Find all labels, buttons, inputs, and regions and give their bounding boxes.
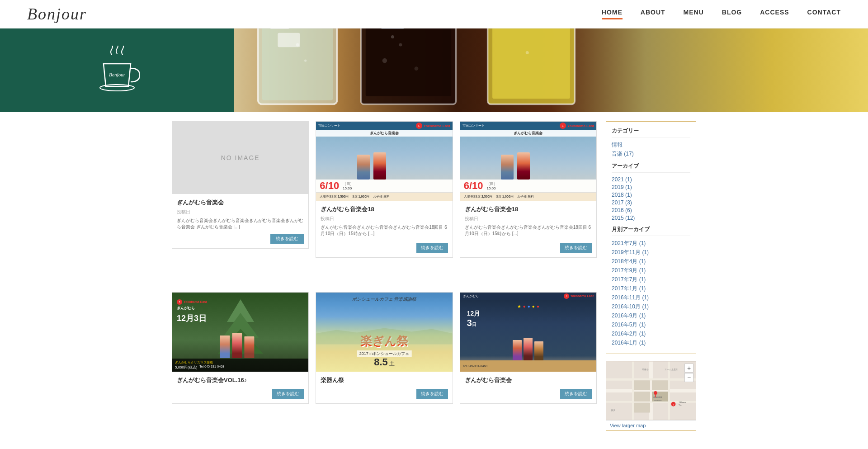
poster-image-xmas: E Yokohama East ぎんがむら ぎんがむらクリスマス謝恩	[172, 293, 308, 372]
read-more-button-summer[interactable]: 続きを読む	[416, 389, 448, 399]
nav-access[interactable]: ACCESS	[760, 9, 789, 19]
singer-1	[357, 155, 370, 180]
sidebar-archive-2019[interactable]: 2019 (1)	[612, 184, 690, 190]
date-display-2: 6/10 （日） 15:00	[460, 180, 596, 192]
nav-menu[interactable]: MENU	[684, 9, 704, 19]
map-controls: + −	[684, 364, 693, 382]
sidebar-monthly-201610[interactable]: 2016年10月 (1)	[612, 303, 690, 311]
sidebar-archive-2018[interactable]: 2018 (1)	[612, 192, 690, 198]
poster-bottom-info: 入場券SS席 2,500円 S席 1,000円 お子様 無料	[316, 192, 452, 201]
ginmu-title-xmas: E Yokohama East	[177, 299, 207, 305]
ginmu-concert-title-2: ぎんがむら音楽会	[460, 130, 596, 137]
main-content: NO IMAGE ぎんがむら音楽会 投稿日 ぎんがむら音楽会ぎんがむら音楽会ぎん…	[163, 112, 705, 440]
summer-date-num: 8.5	[374, 356, 388, 368]
poster-bottom-info-2: 入場券SS席 2,500円 S席 1,000円 お子様 無料	[460, 192, 596, 201]
drinks-illustration	[234, 28, 868, 112]
sidebar-cat-info[interactable]: 情報	[612, 141, 690, 149]
summer-poster-bg: ボンシュールカフェ 音楽感謝祭 楽ぎん祭 2017 inボンシュールカフェ 8.…	[316, 293, 452, 372]
price-child-2: お子様 無料	[517, 194, 534, 199]
yok-east-badge-xmas: E Yokohama East	[564, 293, 594, 299]
main-nav: HOME ABOUT MENU BLOG ACCESS CONTACT	[602, 9, 841, 19]
svg-text:okiwadai: okiwadai	[653, 396, 662, 398]
xmas-singers	[220, 333, 254, 358]
svg-text:residence: residence	[654, 399, 662, 402]
xmas-singer-2	[232, 333, 242, 358]
sidebar-monthly-201709[interactable]: 2017年9月 (1)	[612, 267, 690, 274]
xmas-singer-3	[244, 336, 254, 358]
map-zoom-in[interactable]: +	[684, 364, 693, 373]
sidebar-monthly-201701[interactable]: 2017年1月 (1)	[612, 285, 690, 293]
summer-hills	[316, 326, 452, 345]
sidebar-archive-2016[interactable]: 2016 (6)	[612, 207, 690, 213]
yokohama-east-xmas: Yokohama East	[184, 300, 207, 303]
ticket-info-2: 入場券SS席 2,500円 S席 1,000円 お子様 無料	[464, 194, 593, 199]
svg-point-42	[654, 391, 657, 395]
read-more-button-1[interactable]: 続きを読む	[270, 234, 304, 244]
site-logo[interactable]: Bonjour	[27, 5, 87, 24]
xmas-poster-bg: E Yokohama East ぎんがむら ぎんがむらクリスマス謝恩	[172, 293, 308, 372]
xmas-bottom-info: ぎんがむらクリスマス謝恩 5,000円(税込) Tel.045-331-0468	[172, 359, 308, 372]
sidebar-monthly-201804[interactable]: 2018年4月 (1)	[612, 258, 690, 265]
sidebar-monthly-201601[interactable]: 2016年1月 (1)	[612, 339, 690, 347]
nav-about[interactable]: ABOUT	[641, 9, 665, 19]
map-view-larger-link[interactable]: View larger map	[606, 420, 696, 430]
price-child: お子様 無料	[373, 194, 390, 199]
read-more-button-yok-xmas[interactable]: 続きを読む	[560, 389, 592, 399]
card-body-3: ぎんがむら音楽会18 投稿日 ぎんがむら音楽会ぎんがむら音楽会ぎんがむら音楽会1…	[460, 201, 596, 257]
map-zoom-out[interactable]: −	[684, 373, 693, 382]
sidebar-archive-2017[interactable]: 2017 (3)	[612, 199, 690, 206]
yok-xmas-label: ぎんがむら	[463, 294, 479, 298]
svg-rect-31	[652, 380, 668, 390]
card-body-xmas: ぎんがむら音楽会VOL.16♪ 続きを読む	[172, 372, 308, 403]
east-logo-xmas: E	[177, 299, 182, 305]
card-text-2: ぎんがむら音楽会ぎんがむら音楽会ぎんがむら音楽会18回目 6月10日（日）15時…	[321, 224, 448, 237]
hero-banner: Bonjour	[0, 28, 868, 112]
nav-blog[interactable]: BLOG	[722, 9, 742, 19]
sidebar-monthly-202107[interactable]: 2021年7月 (1)	[612, 240, 690, 247]
svg-rect-34	[634, 403, 650, 413]
yok-singer-3	[534, 341, 543, 360]
mountain-bg-2	[460, 137, 596, 180]
xmas-date: 12月3日	[177, 313, 207, 324]
hero-image-panel	[234, 28, 868, 112]
read-more-button-2[interactable]: 続きを読む	[416, 243, 448, 253]
xmas-lights: ★ ● ● ● ●	[460, 304, 596, 309]
svg-text:Yo...: Yo...	[679, 404, 682, 406]
sidebar-monthly-201707[interactable]: 2017年7月 (1)	[612, 276, 690, 284]
sidebar-monthly-201602[interactable]: 2016年2月 (1)	[612, 330, 690, 338]
price-s: S席 1,000円	[352, 194, 369, 199]
card-meta: 投稿日	[177, 209, 304, 215]
yokohama-xmas-bg: ぎんがむら E Yokohama East ★ ● ● ● ●	[460, 293, 596, 372]
concert-poster-2: 市民コンサート E Yokohama East ぎんがむら音楽会	[460, 122, 596, 201]
svg-point-21	[391, 35, 394, 38]
price-ss: 入場券SS席 2,500円	[320, 194, 349, 199]
concert-day-time-2: （日） 15:00	[486, 181, 497, 190]
nav-home[interactable]: HOME	[602, 9, 623, 19]
card-summer-festival: ボンシュールカフェ 音楽感謝祭 楽ぎん祭 2017 inボンシュールカフェ 8.…	[316, 292, 453, 404]
singer-2	[373, 152, 386, 180]
read-more-button-3[interactable]: 続きを読む	[560, 243, 592, 253]
card-meta-3: 投稿日	[465, 216, 592, 222]
bonjour-label-summer: ボンシュールカフェ 音楽感謝祭	[352, 296, 417, 302]
sidebar-categories-box: カテゴリー 情報 音楽 (17) アーカイブ 2021 (1) 2019 (1)…	[606, 121, 696, 354]
sidebar-monthly-201609[interactable]: 2016年9月 (1)	[612, 312, 690, 320]
sidebar-archive-2021[interactable]: 2021 (1)	[612, 176, 690, 183]
sidebar-monthly-201911[interactable]: 2019年11月 (1)	[612, 249, 690, 256]
sidebar-archive-2015[interactable]: 2015 (12)	[612, 215, 690, 221]
sidebar-cat-music[interactable]: 音楽 (17)	[612, 150, 690, 158]
date-display: 6/10 （日） 15:00	[316, 180, 452, 192]
card-meta-2: 投稿日	[321, 216, 448, 222]
card-concert-2: 市民コンサート E Yokohama East ぎんがむら音楽会	[460, 121, 597, 258]
read-more-button-xmas[interactable]: 続きを読む	[272, 389, 304, 399]
poster-ginmu-label-2: 市民コンサート	[462, 123, 485, 128]
svg-text:横浜: 横浜	[611, 409, 615, 411]
svg-point-20	[304, 59, 307, 61]
poster-header-2: 市民コンサート E Yokohama East	[460, 122, 596, 130]
poster-ginmu-label: 市民コンサート	[318, 123, 340, 128]
svg-rect-32	[634, 392, 650, 402]
sidebar-monthly-201611[interactable]: 2016年11月 (1)	[612, 294, 690, 302]
sidebar-monthly-201605[interactable]: 2016年5月 (1)	[612, 321, 690, 329]
nav-contact[interactable]: CONTACT	[807, 9, 841, 19]
mountain-bg	[316, 137, 452, 180]
xmas-event-name: ぎんがむらクリスマス謝恩	[175, 360, 306, 365]
